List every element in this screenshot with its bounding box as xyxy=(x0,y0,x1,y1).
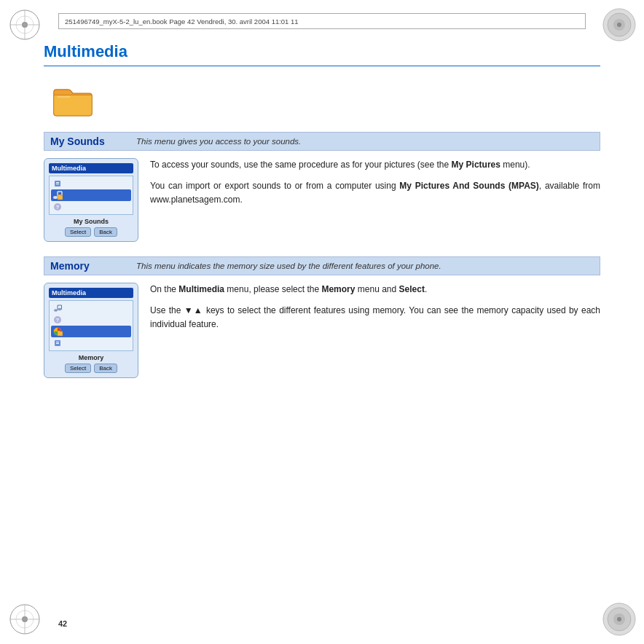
my-sounds-phone-buttons: Select Back xyxy=(49,227,133,237)
multimedia-bold: Multimedia xyxy=(178,284,224,294)
my-sounds-description: This menu gives you access to your sound… xyxy=(136,137,301,146)
svg-text:?: ? xyxy=(56,205,59,210)
book-reference: 251496749_myX-5-2_lu_en.book Page 42 Ven… xyxy=(58,13,586,29)
memory-text: On the Multimedia menu, please select th… xyxy=(150,283,600,339)
memory-music-icon xyxy=(52,303,63,313)
svg-text:?: ? xyxy=(56,318,59,323)
svg-point-17 xyxy=(617,617,621,621)
phone-menu-item-2-selected xyxy=(51,189,131,201)
memory-phone-menu-item-3-selected xyxy=(51,326,131,337)
corner-decoration-tl xyxy=(6,6,44,44)
my-sounds-text: To access your sounds, use the same proc… xyxy=(150,158,600,215)
my-sounds-para-2: You can import or export sounds to or fr… xyxy=(150,179,600,207)
memory-phone-buttons: Select Back xyxy=(49,364,133,373)
svg-point-21 xyxy=(53,196,58,199)
my-sounds-body: Multimedia xyxy=(44,158,600,242)
phone-menu-item-1 xyxy=(51,178,131,189)
memory-pie-icon xyxy=(52,326,63,337)
memory-body: Multimedia xyxy=(44,283,600,378)
folder-icon xyxy=(51,81,95,117)
my-sounds-phone-label: My Sounds xyxy=(49,218,133,225)
mpas-bold: My Pictures And Sounds (MPAS) xyxy=(399,181,539,191)
memory-note-icon xyxy=(52,338,63,348)
note-icon xyxy=(52,178,63,189)
memory-select-button: Select xyxy=(65,364,91,373)
memory-para-2: Use the ▼▲ keys to select the different … xyxy=(150,304,600,331)
memory-bold: Memory xyxy=(321,284,355,294)
svg-point-30 xyxy=(58,308,62,311)
question-icon: ? xyxy=(52,202,63,212)
select-bold: Select xyxy=(399,284,425,294)
my-pictures-bold: My Pictures xyxy=(452,160,500,170)
svg-rect-38 xyxy=(56,342,59,342)
svg-rect-39 xyxy=(56,343,59,344)
page-number: 42 xyxy=(58,619,67,628)
memory-back-button: Back xyxy=(94,364,117,373)
my-sounds-section: My Sounds This menu gives you access to … xyxy=(44,132,600,242)
memory-description: This menu indicates the memory size used… xyxy=(136,262,441,270)
page-title: Multimedia xyxy=(44,42,600,66)
memory-section: Memory This menu indicates the memory si… xyxy=(44,256,600,378)
svg-rect-20 xyxy=(56,184,59,184)
main-content: Multimedia My Sounds This menu gives you… xyxy=(44,42,600,608)
folder-icon-area xyxy=(51,81,600,117)
my-sounds-phone-mockup: Multimedia xyxy=(44,158,138,242)
memory-phone-menu-item-4 xyxy=(51,337,131,349)
memory-phone-menu-item-1 xyxy=(51,302,131,314)
memory-header: Memory This menu indicates the memory si… xyxy=(44,256,600,275)
my-sounds-phone-menu: ? xyxy=(49,176,133,215)
corner-decoration-br xyxy=(600,600,638,638)
my-sounds-back-button: Back xyxy=(94,227,117,237)
my-sounds-phone-title: Multimedia xyxy=(49,163,133,173)
svg-point-29 xyxy=(54,309,58,312)
svg-point-8 xyxy=(617,23,621,27)
memory-question-icon: ? xyxy=(52,315,63,325)
my-sounds-para-1: To access your sounds, use the same proc… xyxy=(150,158,600,172)
corner-decoration-tr xyxy=(600,6,638,44)
memory-phone-label: Memory xyxy=(49,354,133,361)
memory-title: Memory xyxy=(50,260,130,272)
memory-phone-menu-item-2: ? xyxy=(51,314,131,326)
corner-decoration-bl xyxy=(6,600,44,638)
music-icon xyxy=(52,190,63,200)
memory-phone-title: Multimedia xyxy=(49,288,133,298)
memory-para-1: On the Multimedia menu, please select th… xyxy=(150,283,600,297)
my-sounds-header: My Sounds This menu gives you access to … xyxy=(44,132,600,151)
my-sounds-select-button: Select xyxy=(65,227,91,237)
phone-menu-item-3: ? xyxy=(51,201,131,213)
memory-phone-mockup: Multimedia xyxy=(44,283,138,378)
svg-rect-19 xyxy=(56,182,59,183)
my-sounds-title: My Sounds xyxy=(50,136,130,147)
memory-phone-menu: ? xyxy=(49,300,133,351)
